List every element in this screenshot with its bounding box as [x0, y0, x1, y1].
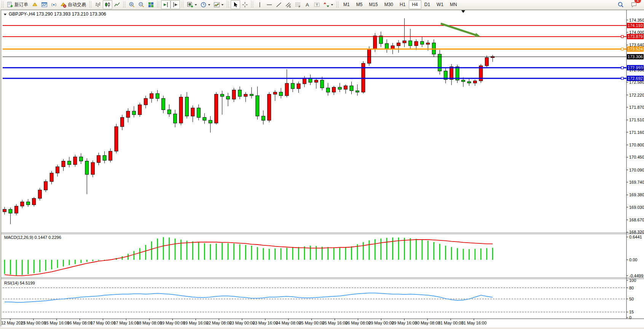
candle — [174, 114, 177, 123]
line-chart-button[interactable] — [112, 0, 122, 9]
market-window-icon — [41, 2, 48, 8]
candle — [385, 44, 389, 49]
autotrading-button[interactable]: 自动交易 — [59, 0, 88, 9]
new-chart-icon — [187, 2, 193, 8]
broadcast-button[interactable] — [49, 0, 59, 9]
candle-chart-button[interactable] — [103, 0, 112, 9]
toolbar-grip — [251, 2, 253, 8]
chart-window[interactable]: 174.193173.879173.524173.306172.993172.6… — [0, 9, 644, 329]
candle — [209, 120, 212, 123]
hline-icon — [266, 2, 273, 8]
toolbar-grip — [123, 2, 125, 8]
tile-windows-button[interactable] — [146, 0, 156, 9]
price-tick-label: 171.870 — [629, 105, 644, 110]
broadcast-icon — [51, 2, 57, 8]
time-tick-label: 26 May 08:00 — [345, 321, 371, 325]
channel-button[interactable]: E — [284, 0, 293, 9]
button-label: M1 — [343, 2, 350, 7]
line-handle[interactable] — [621, 48, 623, 50]
price-chart[interactable]: 174.193173.879173.524173.306172.993172.6… — [0, 9, 644, 329]
autotrading-icon — [60, 2, 67, 8]
timeframe-m1-button[interactable]: M1 — [340, 0, 353, 9]
candle — [185, 97, 188, 116]
label-button[interactable]: T — [312, 0, 322, 9]
candle — [203, 118, 206, 120]
timeframe-d1-button[interactable]: D1 — [421, 0, 434, 9]
candle — [109, 151, 112, 161]
timeframe-m15-button[interactable]: M15 — [366, 0, 381, 9]
zoom-out-button[interactable] — [137, 0, 146, 9]
timeframe-h1-button[interactable]: H1 — [397, 0, 409, 9]
button-label: MN — [450, 2, 457, 7]
button-label: D1 — [424, 2, 430, 7]
candle — [44, 181, 48, 190]
zoom-in-button[interactable] — [127, 0, 137, 9]
macd-axis-label: -0.4499 — [629, 273, 643, 278]
timeframe-m30-button[interactable]: M30 — [381, 0, 397, 9]
rsi-axis-label: 50 — [629, 297, 634, 301]
vline-button[interactable] — [255, 0, 265, 9]
candle — [156, 94, 159, 99]
time-tick-label: 17 May 16:00 — [113, 321, 139, 325]
chart-shift-icon — [163, 2, 169, 8]
text-button[interactable]: A — [303, 0, 312, 9]
cursor-button[interactable] — [231, 0, 240, 9]
search-button[interactable] — [616, 0, 625, 9]
candle — [297, 84, 300, 89]
timeframe-h4-button[interactable]: H4 — [409, 0, 421, 9]
main-chart-pane[interactable] — [3, 10, 626, 233]
macd-pane[interactable] — [3, 234, 626, 278]
rsi-axis-label: 0 — [629, 315, 631, 320]
toolbar-right: 1 — [616, 0, 644, 9]
price-tick-label: 173.640 — [629, 43, 644, 47]
timeframe-mn-button[interactable]: MN — [447, 0, 461, 9]
arrows-button[interactable] — [322, 0, 335, 9]
price-tick-label: 172.930 — [629, 68, 644, 72]
new-order-button[interactable]: 新订单 — [5, 0, 30, 9]
time-tick-label: 29 May 16:00 — [392, 321, 417, 325]
time-tick-label: 19 May 00:00 — [160, 321, 185, 325]
candle — [426, 43, 430, 45]
market-window-button[interactable] — [40, 0, 49, 9]
candle — [350, 86, 353, 91]
line-handle[interactable] — [621, 77, 623, 79]
hline-button[interactable] — [265, 0, 274, 9]
candle — [279, 92, 283, 95]
timeframe-m5-button[interactable]: M5 — [353, 0, 366, 9]
trendline-button[interactable] — [274, 0, 284, 9]
candle — [473, 81, 477, 83]
price-tick-label: 172.220 — [629, 93, 644, 97]
crosshair-button[interactable] — [240, 0, 250, 9]
auto-scroll-button[interactable] — [171, 0, 180, 9]
price-tick-label: 174.350 — [629, 18, 644, 22]
candle — [162, 99, 165, 110]
bar-chart-button[interactable] — [93, 0, 103, 9]
button-label: W1 — [437, 2, 444, 7]
timeframe-w1-button[interactable]: W1 — [434, 0, 447, 9]
toolbar-group: M1M5M15M30H1H4D1W1MN — [335, 0, 461, 9]
chart-shift-button[interactable] — [161, 0, 171, 9]
candle — [450, 67, 453, 79]
candle — [244, 94, 247, 97]
svg-text:F: F — [299, 5, 300, 8]
time-tick-label: 29 May 00:00 — [368, 321, 394, 325]
candle — [379, 36, 383, 43]
indicators-button[interactable] — [212, 0, 225, 9]
candle — [97, 156, 100, 163]
period-button[interactable] — [199, 0, 212, 9]
fibonacci-button[interactable]: F — [293, 0, 303, 9]
candle — [144, 99, 147, 105]
new-chart-button[interactable] — [185, 0, 199, 9]
zoom-in-icon — [129, 2, 135, 8]
candle — [414, 41, 418, 46]
gold-button[interactable] — [30, 0, 40, 9]
fibonacci-icon: F — [295, 2, 301, 8]
notification-button[interactable]: 1 — [629, 0, 639, 9]
line-handle[interactable] — [621, 35, 623, 38]
price-line-label-text: 173.879 — [628, 34, 643, 39]
vline-icon — [257, 2, 263, 8]
bar-chart-icon — [95, 2, 101, 8]
search-icon — [617, 2, 624, 8]
line-handle[interactable] — [621, 67, 623, 69]
svg-text:A: A — [306, 2, 309, 8]
